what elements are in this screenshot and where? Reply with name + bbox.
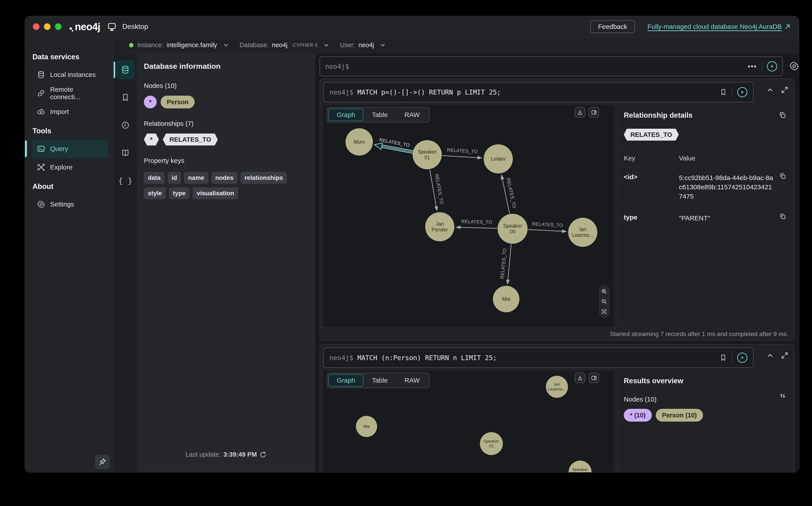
- query-header[interactable]: neo4j$ MATCH (n:Person) RETURN n LIMIT 2…: [323, 348, 753, 368]
- copy-icon[interactable]: [779, 213, 787, 220]
- graph-node-mia[interactable]: Mia: [356, 416, 377, 437]
- card-controls: [766, 351, 795, 359]
- graph-node-leilani[interactable]: Leilani: [484, 144, 513, 173]
- cypher-editor[interactable]: neo4j$ •••: [320, 57, 783, 76]
- result-badge-person[interactable]: Person (10): [656, 409, 703, 422]
- result-view-tabs: Graph Table RAW: [327, 373, 429, 388]
- property-key-chip[interactable]: visualisation: [193, 187, 238, 199]
- relationship-badge-relates-to[interactable]: RELATES_TO: [163, 134, 218, 146]
- last-update-row: Last update: 3:39:49 PM: [137, 451, 315, 458]
- divider: [732, 353, 732, 362]
- graph-node-jan[interactable]: JanPender: [425, 212, 454, 241]
- sidebar-item-query[interactable]: Query: [32, 140, 108, 158]
- graph-visualization[interactable]: Graph Table RAW IanLearmo...MiaSpeaker01…: [323, 371, 614, 473]
- instance-value[interactable]: intelligence.family: [166, 41, 217, 49]
- sidebar-item-settings[interactable]: Settings: [32, 195, 108, 214]
- app-window: neo4j Desktop Feedback Fully-managed clo…: [25, 16, 799, 473]
- expand-icon[interactable]: [781, 351, 789, 359]
- graph-node-speaker00[interactable]: Speaker00: [497, 214, 528, 244]
- zoom-in-icon[interactable]: [601, 288, 607, 294]
- fit-to-screen-icon[interactable]: [601, 308, 607, 315]
- sidebar-item-local-instances[interactable]: Local instances: [32, 66, 108, 84]
- minimize-traffic-light[interactable]: [44, 23, 51, 30]
- bookmark-icon[interactable]: [720, 354, 727, 361]
- property-key-chip[interactable]: id: [168, 172, 181, 184]
- property-key-chips: data id name nodes relationships style t…: [144, 172, 308, 199]
- side-panel-toggle-button[interactable]: [589, 107, 599, 117]
- query-header[interactable]: neo4j$ MATCH p=()-[]->() RETURN p LIMIT …: [323, 82, 753, 102]
- run-query-button[interactable]: [767, 61, 777, 71]
- sort-icon[interactable]: [779, 392, 787, 400]
- property-key-chip[interactable]: style: [144, 187, 166, 199]
- property-key-chip[interactable]: type: [169, 187, 190, 199]
- more-options-icon[interactable]: •••: [748, 62, 757, 71]
- connection-toolbar: Instance: intelligence.family Database: …: [114, 37, 799, 53]
- tab-raw[interactable]: RAW: [396, 109, 428, 121]
- graph-node-ian[interactable]: IanLearmo...: [546, 376, 568, 398]
- relationship-type-badge[interactable]: RELATES_TO: [624, 129, 679, 141]
- expand-icon[interactable]: [781, 86, 789, 94]
- sidebar-item-import[interactable]: Import: [32, 102, 108, 121]
- window-header: neo4j Desktop Feedback Fully-managed clo…: [25, 16, 799, 37]
- node-label-badge-star[interactable]: *: [144, 96, 157, 108]
- download-button[interactable]: [575, 373, 585, 383]
- collapse-icon[interactable]: [766, 86, 774, 94]
- relationships-heading: Relationships (7): [144, 120, 309, 128]
- copy-icon[interactable]: [779, 172, 787, 180]
- pin-sidebar-button[interactable]: [95, 455, 110, 469]
- graph-visualization[interactable]: RELATES_TORELATES_TORELATES_TORELATES_TO…: [323, 105, 614, 328]
- query-prompt: neo4j$: [329, 354, 353, 362]
- divider: [762, 62, 762, 71]
- editor-settings-gear-icon[interactable]: [789, 61, 799, 71]
- rail-tab-parameters[interactable]: { }: [116, 171, 135, 190]
- graph-node-mum[interactable]: Mum: [346, 128, 373, 156]
- braces-icon: { }: [118, 176, 132, 185]
- sidebar-item-explore[interactable]: Explore: [32, 158, 108, 176]
- database-icon: [37, 71, 45, 79]
- tab-table[interactable]: Table: [363, 374, 396, 387]
- database-value[interactable]: neo4j: [272, 41, 287, 49]
- copy-icon[interactable]: [779, 111, 787, 119]
- aura-db-link[interactable]: Fully-managed cloud database Neo4j AuraD…: [648, 23, 791, 30]
- graph-node-ian[interactable]: IanLearmo...: [568, 218, 597, 247]
- zoom-traffic-light[interactable]: [55, 23, 62, 30]
- bookmark-icon[interactable]: [720, 88, 727, 96]
- tab-table[interactable]: Table: [363, 109, 396, 121]
- rerun-query-button[interactable]: [737, 87, 747, 97]
- graph-node-mia[interactable]: Mia: [493, 286, 520, 312]
- result-badge-star[interactable]: * (10): [624, 409, 652, 422]
- chevron-down-icon[interactable]: [323, 42, 329, 48]
- zoom-out-icon[interactable]: [601, 298, 607, 305]
- user-value[interactable]: neo4j: [358, 41, 374, 49]
- property-key-chip[interactable]: nodes: [211, 172, 238, 184]
- property-key-chip[interactable]: data: [144, 172, 164, 184]
- drawer-icon-rail: { }: [114, 53, 137, 472]
- chevron-down-icon[interactable]: [223, 42, 229, 48]
- tab-raw[interactable]: RAW: [396, 374, 428, 387]
- tab-graph[interactable]: Graph: [328, 109, 363, 121]
- nodes-heading: Nodes (10): [144, 82, 309, 89]
- refresh-icon[interactable]: [260, 451, 267, 458]
- rail-tab-docs[interactable]: [116, 144, 135, 162]
- download-button[interactable]: [575, 107, 585, 117]
- side-panel-toggle-button[interactable]: [589, 373, 599, 383]
- pin-icon: [98, 457, 107, 466]
- collapse-icon[interactable]: [766, 351, 774, 359]
- graph-node-speaker01[interactable]: Speaker01: [413, 140, 442, 169]
- property-key-chip[interactable]: relationships: [241, 172, 287, 184]
- graph-node-speaker01[interactable]: Speaker01: [480, 432, 503, 455]
- rail-tab-database-info[interactable]: [116, 60, 135, 79]
- sidebar-item-remote-connections[interactable]: Remote connecti...: [32, 84, 108, 102]
- rail-tab-bookmarks[interactable]: [116, 88, 135, 107]
- node-label-badge-person[interactable]: Person: [161, 96, 195, 108]
- rail-tab-history[interactable]: [116, 116, 135, 135]
- graph-toolbar: [575, 373, 599, 383]
- close-traffic-light[interactable]: [33, 23, 40, 30]
- property-key-chip[interactable]: name: [184, 172, 208, 184]
- chevron-down-icon[interactable]: [380, 42, 386, 48]
- feedback-button[interactable]: Feedback: [590, 20, 635, 33]
- tab-graph[interactable]: Graph: [328, 374, 363, 387]
- rerun-query-button[interactable]: [737, 353, 747, 363]
- relationship-badge-star[interactable]: *: [144, 134, 159, 146]
- section-heading-about: About: [32, 182, 108, 191]
